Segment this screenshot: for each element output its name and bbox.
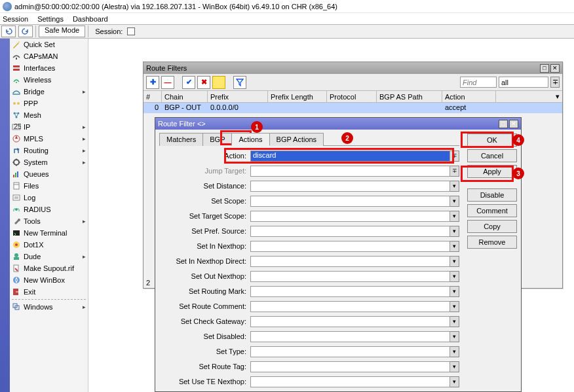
session-checkbox[interactable] <box>127 27 135 35</box>
col-proto[interactable]: Protocol <box>327 91 377 102</box>
route-filters-titlebar[interactable]: Route Filters □ ✕ <box>144 62 562 74</box>
menu-settings[interactable]: Settings <box>37 15 64 23</box>
sidebar-item-wireless[interactable]: Wireless <box>10 74 88 86</box>
field-input[interactable] <box>250 196 450 207</box>
tab-actions[interactable]: Actions <box>231 133 269 146</box>
table-row[interactable]: 0 BGP - OUT 0.0.0.0/0 accept <box>144 103 562 113</box>
safe-mode-button[interactable]: Safe Mode <box>39 26 85 37</box>
route-filter-titlebar[interactable]: Route Filter <> □ ✕ <box>155 118 521 130</box>
field-dropdown-button[interactable]: ▾ <box>450 196 459 207</box>
add-button[interactable]: ✚ <box>146 76 159 89</box>
sidebar-item-quick-set[interactable]: Quick Set <box>10 39 88 50</box>
sidebar-item-ip[interactable]: 255IP▸ <box>10 121 88 133</box>
sidebar-item-capsman[interactable]: CAPsMAN <box>10 50 88 62</box>
sidebar-item-mesh[interactable]: Mesh <box>10 109 88 121</box>
field-dropdown-button[interactable]: ▾ <box>450 271 459 282</box>
svg-rect-24 <box>14 257 19 260</box>
remove-button[interactable]: — <box>161 76 174 89</box>
field-dropdown-button[interactable]: ▾ <box>450 286 459 297</box>
field-dropdown-button[interactable]: ▾ <box>450 226 459 237</box>
sidebar-item-bridge[interactable]: Bridge▸ <box>10 86 88 98</box>
comment-button[interactable] <box>212 76 225 89</box>
sidebar-item-mpls[interactable]: MPLS▸ <box>10 133 88 145</box>
field-input[interactable] <box>250 241 450 252</box>
field-dropdown-button[interactable]: ∓ <box>450 151 459 162</box>
close-button[interactable]: ✕ <box>509 120 518 128</box>
field-dropdown-button[interactable]: ▾ <box>450 181 459 192</box>
cancel-button[interactable]: Cancel <box>467 149 517 162</box>
field-dropdown-button[interactable]: ▾ <box>450 376 459 387</box>
field-input[interactable]: discard <box>250 151 450 162</box>
sidebar-item-new-terminal[interactable]: New Terminal <box>10 227 88 239</box>
field-dropdown-button[interactable]: ▾ <box>450 241 459 252</box>
col-prefix[interactable]: Prefix <box>208 91 268 102</box>
sidebar-item-dot1x[interactable]: Dot1X <box>10 239 88 251</box>
sidebar-item-exit[interactable]: Exit <box>10 286 88 298</box>
col-chain[interactable]: Chain <box>162 91 208 102</box>
sidebar-item-new-winbox[interactable]: New WinBox <box>10 274 88 286</box>
field-input[interactable] <box>250 271 450 282</box>
filter-button[interactable] <box>233 76 246 89</box>
sidebar-item-windows[interactable]: Windows▸ <box>10 301 88 313</box>
close-button[interactable]: ✕ <box>550 64 560 73</box>
field-dropdown-button[interactable]: ▾ <box>450 301 459 312</box>
menu-session[interactable]: Session <box>3 15 28 23</box>
tab-bgp[interactable]: BGP <box>202 133 232 146</box>
sidebar-item-queues[interactable]: Queues <box>10 168 88 180</box>
field-dropdown-button[interactable]: ▾ <box>450 316 459 327</box>
undo-button[interactable] <box>1 26 16 37</box>
tab-bgp-actions[interactable]: BGP Actions <box>269 133 324 146</box>
restore-button[interactable]: □ <box>499 120 508 128</box>
field-dropdown-button[interactable]: ▾ <box>450 331 459 342</box>
field-input[interactable] <box>250 226 450 237</box>
col-aspath[interactable]: BGP AS Path <box>377 91 442 102</box>
apply-button[interactable]: Apply <box>467 165 517 178</box>
comment-dlg-button[interactable]: Comment <box>467 204 517 217</box>
field-dropdown-button[interactable]: ▾ <box>450 361 459 372</box>
field-input[interactable] <box>250 256 450 267</box>
field-input[interactable] <box>250 286 450 297</box>
field-input[interactable] <box>250 166 450 177</box>
tab-matchers[interactable]: Matchers <box>159 133 203 146</box>
disable-button[interactable]: ✖ <box>197 76 210 89</box>
sidebar-item-interfaces[interactable]: Interfaces <box>10 62 88 74</box>
sidebar-item-dude[interactable]: Dude▸ <box>10 251 88 262</box>
field-input[interactable] <box>250 376 450 387</box>
menu-dashboard[interactable]: Dashboard <box>73 15 108 23</box>
sidebar-item-files[interactable]: Files <box>10 180 88 192</box>
filter-dropdown-button[interactable]: ∓ <box>550 77 560 88</box>
col-plen[interactable]: Prefix Length <box>268 91 327 102</box>
field-dropdown-button[interactable]: ▾ <box>450 256 459 267</box>
col-num[interactable]: # <box>144 91 162 102</box>
field-input[interactable] <box>250 361 450 372</box>
remove-dlg-button[interactable]: Remove <box>467 236 517 249</box>
field-input[interactable] <box>250 316 450 327</box>
field-dropdown-button[interactable]: ∓ <box>450 166 459 177</box>
disable-button[interactable]: Disable <box>467 188 517 202</box>
chevron-down-icon: ▸ <box>83 147 86 154</box>
sidebar-item-log[interactable]: Log <box>10 192 88 204</box>
sidebar-item-routing[interactable]: Routing▸ <box>10 145 88 156</box>
find-input[interactable] <box>460 77 497 88</box>
col-dropdown-icon[interactable]: ▾ <box>556 92 560 101</box>
sidebar-item-tools[interactable]: Tools▸ <box>10 215 88 227</box>
field-input[interactable] <box>250 346 450 357</box>
restore-button[interactable]: □ <box>540 64 549 73</box>
col-action[interactable]: Action <box>442 91 496 102</box>
field-input[interactable] <box>250 211 450 222</box>
routing-icon <box>12 146 21 155</box>
sidebar-item-radius[interactable]: RADIUS <box>10 204 88 215</box>
sidebar-item-system[interactable]: System▸ <box>10 156 88 168</box>
field-input[interactable] <box>250 331 450 342</box>
redo-button[interactable] <box>18 26 33 37</box>
filter-select[interactable]: all <box>499 77 548 88</box>
enable-button[interactable]: ✔ <box>182 76 195 89</box>
sidebar-item-make-supout-rif[interactable]: Make Supout.rif <box>10 262 88 274</box>
field-input[interactable] <box>250 301 450 312</box>
ok-button[interactable]: OK <box>467 134 517 147</box>
field-dropdown-button[interactable]: ▾ <box>450 211 459 222</box>
field-dropdown-button[interactable]: ▾ <box>450 346 459 357</box>
field-input[interactable] <box>250 181 450 192</box>
copy-button[interactable]: Copy <box>467 220 517 233</box>
sidebar-item-ppp[interactable]: PPP <box>10 98 88 109</box>
